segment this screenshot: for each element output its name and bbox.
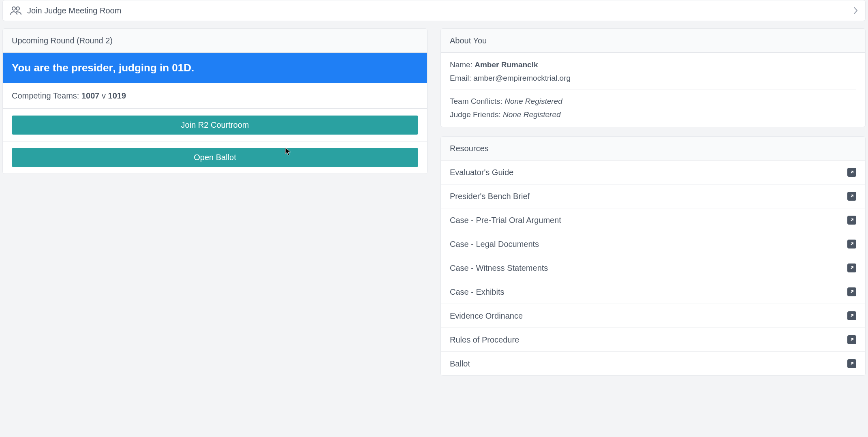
about-divider xyxy=(450,90,856,90)
resource-item-label: Rules of Procedure xyxy=(450,334,847,346)
about-you-card: About You Name: Amber Rumancik Email: am… xyxy=(440,28,866,127)
name-value: Amber Rumancik xyxy=(475,60,538,69)
resource-item-label: Ballot xyxy=(450,358,847,370)
svg-point-1 xyxy=(16,7,19,10)
banner-text-pre: You are the xyxy=(12,62,71,74)
about-conflicts-line: Team Conflicts: None Registered xyxy=(450,96,856,107)
external-link-icon xyxy=(847,263,856,272)
resource-item-label: Presider's Bench Brief xyxy=(450,190,847,202)
resource-item[interactable]: Case - Witness Statements xyxy=(441,256,865,280)
resource-item[interactable]: Case - Pre-Trial Oral Argument xyxy=(441,208,865,232)
friends-value: None Registered xyxy=(503,110,561,119)
resource-item[interactable]: Evidence Ordinance xyxy=(441,304,865,328)
resources-card: Resources Evaluator's GuidePresider's Be… xyxy=(440,136,866,376)
team-vs: v xyxy=(99,91,108,100)
chevron-right-icon xyxy=(853,6,858,15)
about-email-line: Email: amber@empiremocktrial.org xyxy=(450,73,856,84)
external-link-icon xyxy=(847,216,856,225)
resource-item[interactable]: Presider's Bench Brief xyxy=(441,184,865,208)
competing-teams-line: Competing Teams: 1007 v 1019 xyxy=(12,90,418,102)
conflicts-value: None Registered xyxy=(505,97,562,105)
join-meeting-room-label: Join Judge Meeting Room xyxy=(27,4,121,17)
upcoming-round-header: Upcoming Round (Round 2) xyxy=(3,29,427,53)
resources-header: Resources xyxy=(441,137,865,161)
resource-item-label: Case - Exhibits xyxy=(450,286,847,298)
name-label: Name: xyxy=(450,60,475,69)
external-link-icon xyxy=(847,168,856,177)
external-link-icon xyxy=(847,287,856,296)
external-link-icon xyxy=(847,240,856,248)
team-a: 1007 xyxy=(81,91,100,100)
banner-text-post: . xyxy=(191,62,194,74)
resource-item-label: Case - Legal Documents xyxy=(450,238,847,250)
external-link-icon xyxy=(847,311,856,320)
resource-item-label: Case - Pre-Trial Oral Argument xyxy=(450,214,847,226)
banner-text-mid: , judging in xyxy=(113,62,172,74)
resource-item-label: Evaluator's Guide xyxy=(450,166,847,178)
banner-room: 01D xyxy=(172,62,191,74)
resources-list: Evaluator's GuidePresider's Bench BriefC… xyxy=(441,161,865,375)
resource-item[interactable]: Case - Exhibits xyxy=(441,280,865,304)
external-link-icon xyxy=(847,192,856,201)
email-value: amber@empiremocktrial.org xyxy=(473,74,571,82)
about-name-line: Name: Amber Rumancik xyxy=(450,59,856,71)
teams-label: Competing Teams: xyxy=(12,91,81,100)
people-icon xyxy=(10,6,21,15)
email-label: Email: xyxy=(450,74,473,82)
banner-role: presider xyxy=(71,62,113,74)
open-ballot-button[interactable]: Open Ballot xyxy=(12,148,418,167)
external-link-icon xyxy=(847,335,856,344)
resource-item[interactable]: Rules of Procedure xyxy=(441,328,865,351)
resource-item[interactable]: Case - Legal Documents xyxy=(441,232,865,256)
join-courtroom-button[interactable]: Join R2 Courtroom xyxy=(12,116,418,135)
conflicts-label: Team Conflicts: xyxy=(450,97,505,105)
resource-item[interactable]: Ballot xyxy=(441,351,865,375)
resource-item-label: Case - Witness Statements xyxy=(450,262,847,274)
team-b: 1019 xyxy=(108,91,126,100)
resource-item[interactable]: Evaluator's Guide xyxy=(441,161,865,184)
resource-item-label: Evidence Ordinance xyxy=(450,310,847,322)
upcoming-round-card: Upcoming Round (Round 2) You are the pre… xyxy=(2,28,428,174)
role-banner: You are the presider, judging in 01D. xyxy=(3,53,427,83)
about-you-header: About You xyxy=(441,29,865,53)
svg-point-0 xyxy=(12,7,15,10)
external-link-icon xyxy=(847,359,856,368)
about-friends-line: Judge Friends: None Registered xyxy=(450,109,856,121)
friends-label: Judge Friends: xyxy=(450,110,503,119)
join-meeting-room-card[interactable]: Join Judge Meeting Room xyxy=(2,0,866,21)
